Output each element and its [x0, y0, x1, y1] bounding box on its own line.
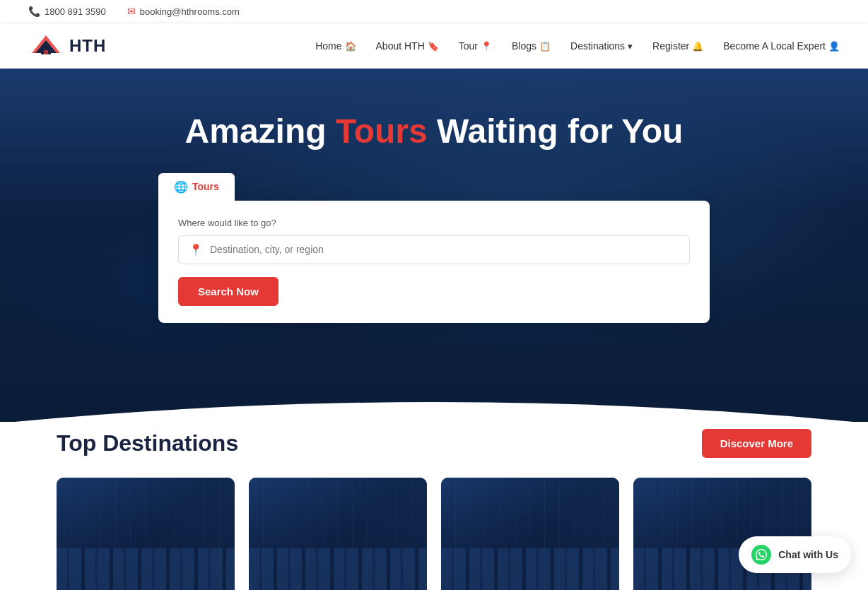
tours-tab-label: Tours	[192, 181, 219, 192]
search-now-button[interactable]: Search Now	[178, 277, 278, 306]
search-input-wrapper[interactable]: 📍	[178, 235, 690, 264]
chat-label: Chat with Us	[778, 549, 838, 560]
nav-link-tour[interactable]: Tour 📍	[459, 40, 492, 52]
nav-home-label: Home	[315, 40, 341, 52]
nav-link-register[interactable]: Register 🔔	[652, 40, 703, 52]
nav-item-home[interactable]: Home 🏠	[315, 40, 356, 52]
bell-icon: 🔔	[692, 41, 703, 52]
navbar: HTH Home 🏠 About HTH 🔖 Tour 📍 Blogs 📋	[0, 23, 868, 69]
home-icon: 🏠	[345, 41, 356, 52]
destination-card-inner-2	[249, 478, 427, 590]
destinations-grid	[57, 478, 811, 590]
nav-blogs-label: Blogs	[512, 40, 536, 52]
destination-card-1[interactable]	[57, 478, 235, 590]
hero-content: Amazing Tours Waiting for You	[185, 111, 684, 152]
nav-link-about[interactable]: About HTH 🔖	[376, 40, 439, 52]
email-icon: ✉	[127, 6, 136, 17]
nav-link-blogs[interactable]: Blogs 📋	[512, 40, 551, 52]
globe-icon: 🌐	[174, 180, 188, 194]
nav-item-register[interactable]: Register 🔔	[652, 40, 703, 52]
logo[interactable]: HTH	[28, 32, 106, 60]
logo-svg	[28, 32, 64, 60]
search-input[interactable]	[210, 244, 679, 255]
search-tabs: 🌐 Tours	[158, 173, 710, 201]
destinations-header: Top Destinations Discover More	[57, 429, 811, 458]
nav-link-home[interactable]: Home 🏠	[315, 40, 356, 52]
nav-links: Home 🏠 About HTH 🔖 Tour 📍 Blogs 📋 De	[315, 40, 840, 52]
hero-title-suffix: Waiting for You	[428, 112, 684, 150]
bookmark-icon: 🔖	[428, 41, 439, 52]
hero-curve-svg	[0, 381, 868, 422]
destinations-title: Top Destinations	[57, 430, 238, 456]
nav-local-expert-label: Become A Local Expert	[723, 40, 826, 52]
user-icon: 👤	[828, 41, 840, 52]
nav-item-blogs[interactable]: Blogs 📋	[512, 40, 551, 52]
email-address: booking@hthrooms.com	[140, 6, 240, 17]
destination-card-inner-1	[57, 478, 235, 590]
search-box: Where would like to go? 📍 Search Now	[158, 201, 710, 323]
search-container: 🌐 Tours Where would like to go? 📍 Search…	[158, 173, 710, 323]
nav-about-label: About HTH	[376, 40, 425, 52]
destination-card-2[interactable]	[249, 478, 427, 590]
nav-item-destinations[interactable]: Destinations ▾	[570, 40, 633, 52]
hero-title-highlight: Tours	[336, 112, 428, 150]
phone-number: 1800 891 3590	[45, 6, 106, 17]
whatsapp-icon	[751, 545, 771, 565]
hero-title: Amazing Tours Waiting for You	[185, 111, 684, 152]
blogs-icon: 📋	[539, 41, 551, 52]
hero-title-prefix: Amazing	[185, 112, 336, 150]
location-pin-icon: 📍	[189, 243, 203, 256]
nav-item-local-expert[interactable]: Become A Local Expert 👤	[723, 40, 840, 52]
phone-info: 📞 1800 891 3590	[28, 6, 106, 17]
discover-more-button[interactable]: Discover More	[702, 429, 811, 458]
destination-card-3[interactable]	[441, 478, 619, 590]
top-bar: 📞 1800 891 3590 ✉ booking@hthrooms.com	[0, 0, 868, 23]
nav-tour-label: Tour	[459, 40, 478, 52]
nav-link-destinations[interactable]: Destinations ▾	[570, 40, 633, 52]
destination-card-4[interactable]	[633, 478, 811, 590]
search-label: Where would like to go?	[178, 218, 690, 228]
nav-destinations-label: Destinations	[570, 40, 625, 52]
svg-rect-3	[44, 50, 48, 54]
destination-card-inner-3	[441, 478, 619, 590]
nav-register-label: Register	[652, 40, 689, 52]
chevron-down-icon: ▾	[628, 41, 633, 52]
phone-icon: 📞	[28, 6, 40, 17]
nav-item-tour[interactable]: Tour 📍	[459, 40, 492, 52]
tours-tab[interactable]: 🌐 Tours	[158, 173, 235, 201]
nav-link-local-expert[interactable]: Become A Local Expert 👤	[723, 40, 840, 52]
hero-section: Amazing Tours Waiting for You 🌐 Tours Wh…	[0, 69, 868, 422]
logo-text: HTH	[69, 36, 106, 56]
pin-nav-icon: 📍	[481, 41, 492, 52]
email-info: ✉ booking@hthrooms.com	[127, 6, 240, 17]
chat-widget[interactable]: Chat with Us	[739, 536, 851, 573]
destinations-section: Top Destinations Discover More	[0, 422, 868, 590]
destination-card-inner-4	[633, 478, 811, 590]
whatsapp-svg	[756, 549, 767, 560]
nav-item-about[interactable]: About HTH 🔖	[376, 40, 439, 52]
